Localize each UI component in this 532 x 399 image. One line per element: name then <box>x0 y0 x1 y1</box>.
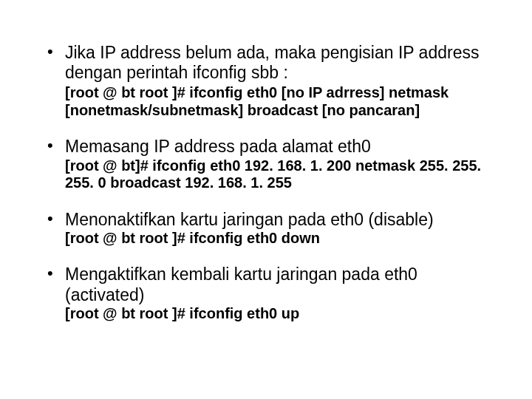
bullet-list: Jika IP address belum ada, maka pengisia… <box>44 43 488 322</box>
list-item: Jika IP address belum ada, maka pengisia… <box>44 43 488 119</box>
bullet-command: [root @ bt root ]# ifconfig eth0 down <box>65 230 488 248</box>
bullet-lead: Mengaktifkan kembali kartu jaringan pada… <box>65 265 488 304</box>
bullet-command: [root @ bt root ]# ifconfig eth0 up <box>65 305 488 323</box>
list-item: Mengaktifkan kembali kartu jaringan pada… <box>44 265 488 322</box>
list-item: Memasang IP address pada alamat eth0 [ro… <box>44 137 488 191</box>
bullet-lead: Jika IP address belum ada, maka pengisia… <box>65 43 488 83</box>
bullet-lead: Memasang IP address pada alamat eth0 <box>65 137 488 157</box>
list-item: Menonaktifkan kartu jaringan pada eth0 (… <box>44 210 488 248</box>
bullet-command: [root @ bt]# ifconfig eth0 192. 168. 1. … <box>65 157 488 192</box>
slide: Jika IP address belum ada, maka pengisia… <box>0 0 532 399</box>
bullet-command: [root @ bt root ]# ifconfig eth0 [no IP … <box>65 84 488 119</box>
bullet-lead: Menonaktifkan kartu jaringan pada eth0 (… <box>65 210 488 230</box>
